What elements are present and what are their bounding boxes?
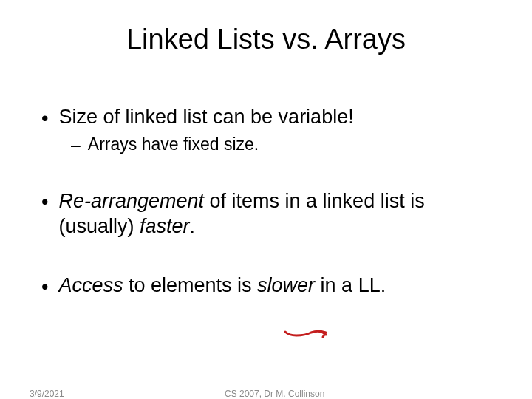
slide-container: Linked Lists vs. Arrays • Size of linked… bbox=[0, 0, 532, 399]
bullet-2-content: Re-arrangement of items in a linked list… bbox=[58, 189, 494, 239]
bullet-3-post: in a LL. bbox=[315, 274, 386, 296]
bullet-3-italic-1: Access bbox=[58, 274, 123, 296]
bullet-dot: • bbox=[41, 106, 48, 132]
bullet-2-italic-2: faster bbox=[140, 215, 190, 237]
bullet-3-mid: to elements is bbox=[123, 274, 257, 296]
sub-dash: – bbox=[71, 134, 81, 157]
sub-item-1: – Arrays have fixed size. bbox=[71, 134, 494, 157]
footer-course: CS 2007, Dr M. Collinson bbox=[225, 389, 324, 399]
bullet-2-italic-1: Re-arrangement bbox=[58, 190, 204, 212]
bullet-item-2: • Re-arrangement of items in a linked li… bbox=[38, 189, 494, 239]
bullet-dot: • bbox=[41, 274, 48, 300]
bullet-dot: • bbox=[41, 189, 48, 215]
bullet-item-1: • Size of linked list can be variable! bbox=[38, 106, 494, 132]
footer-date: 3/9/2021 bbox=[30, 389, 64, 399]
bullet-item-3: • Access to elements is slower in a LL. bbox=[38, 274, 494, 300]
bullet-2-post: . bbox=[190, 215, 196, 237]
sub-1-text: Arrays have fixed size. bbox=[88, 134, 259, 154]
bullet-3-italic-2: slower bbox=[257, 274, 315, 296]
bullet-1-text: Size of linked list can be variable! bbox=[58, 106, 353, 129]
bullet-3-content: Access to elements is slower in a LL. bbox=[58, 274, 386, 297]
pen-annotation bbox=[283, 329, 329, 339]
slide-title: Linked Lists vs. Arrays bbox=[38, 24, 494, 55]
